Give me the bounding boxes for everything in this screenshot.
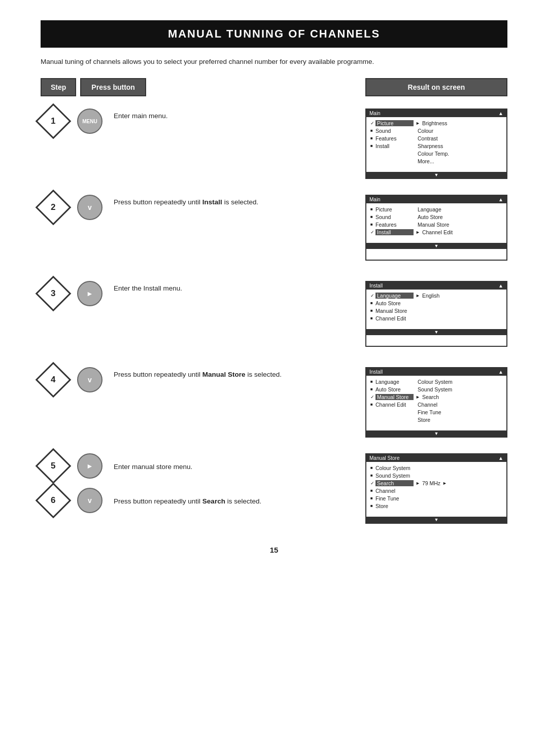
step-3-number: 3 bbox=[51, 289, 55, 299]
step-5-description: Enter manual store menu. bbox=[114, 459, 192, 473]
step-2-left: 2 v Press button repeatedly until Instal… bbox=[41, 195, 304, 220]
intro-text: Manual tuning of channels allows you to … bbox=[41, 57, 507, 67]
steps-container: 1 MENU Enter main menu. Main ▲ ✓ Picture… bbox=[41, 99, 507, 530]
step-1-menu-button[interactable]: MENU bbox=[77, 109, 102, 134]
page-number: 15 bbox=[41, 546, 507, 554]
step-2-screen: Main ▲ ■ Picture Language ■ Sound Auto S… bbox=[304, 195, 507, 261]
step-6-description: Press button repeatedly until Search is … bbox=[114, 494, 261, 507]
step-row-56: 5 ► Enter manual store menu. 6 v Press b… bbox=[41, 444, 507, 530]
step-row-1: 1 MENU Enter main menu. Main ▲ ✓ Picture… bbox=[41, 99, 507, 186]
step-2-number: 2 bbox=[51, 202, 55, 212]
step-row-3: 3 ► Enter the Install menu. Install ▲ ✓ … bbox=[41, 272, 507, 358]
step-row-4: 4 v Press button repeatedly until Manual… bbox=[41, 358, 507, 444]
step-2-v-button[interactable]: v bbox=[77, 195, 102, 220]
step-4-left: 4 v Press button repeatedly until Manual… bbox=[41, 367, 304, 392]
step-6-v-button[interactable]: v bbox=[77, 488, 102, 513]
step-1-description: Enter main menu. bbox=[114, 109, 304, 122]
step-1-left: 1 MENU Enter main menu. bbox=[41, 109, 304, 134]
step-1-screen: Main ▲ ✓ Picture ► Brightness ■ Sound Co… bbox=[304, 109, 507, 179]
step-6-number: 6 bbox=[51, 495, 55, 506]
header-result: Result on screen bbox=[365, 78, 507, 96]
step-4-screen: Install ▲ ■ Language Colour System ■ Aut… bbox=[304, 367, 507, 438]
step-5-arrow-button[interactable]: ► bbox=[77, 453, 102, 479]
step-3-left: 3 ► Enter the Install menu. bbox=[41, 281, 304, 306]
step-3-screen: Install ▲ ✓ Language ► English ■ Auto St… bbox=[304, 281, 507, 347]
step-row-2: 2 v Press button repeatedly until Instal… bbox=[41, 186, 507, 272]
header-bar: Step Press button Result on screen bbox=[41, 78, 507, 96]
step-4-diamond: 4 bbox=[36, 362, 72, 398]
step-5-inner: 5 ► Enter manual store menu. bbox=[41, 453, 192, 479]
step-3-arrow-button[interactable]: ► bbox=[77, 281, 102, 306]
step-2-description: Press button repeatedly until Install is… bbox=[114, 195, 304, 208]
step-4-v-button[interactable]: v bbox=[77, 367, 102, 392]
step-3-description: Enter the Install menu. bbox=[114, 281, 304, 294]
page-title: MANUAL TUNNING OF CHANNELS bbox=[41, 20, 507, 48]
step-5-number: 5 bbox=[51, 461, 55, 471]
step-4-description: Press button repeatedly until Manual Sto… bbox=[114, 367, 304, 380]
step-3-diamond: 3 bbox=[36, 276, 72, 312]
header-press: Press button bbox=[80, 78, 146, 96]
step-6-inner: 6 v Press button repeatedly until Search… bbox=[41, 488, 261, 513]
step-56-left: 5 ► Enter manual store menu. 6 v Press b… bbox=[41, 453, 304, 513]
step-1-number: 1 bbox=[51, 116, 55, 126]
step-5-diamond: 5 bbox=[36, 448, 72, 484]
header-step: Step bbox=[41, 78, 76, 96]
step-6-diamond: 6 bbox=[36, 483, 72, 519]
step-2-diamond: 2 bbox=[36, 190, 72, 226]
step-1-diamond: 1 bbox=[36, 103, 72, 139]
step-4-number: 4 bbox=[51, 375, 55, 385]
step-56-screen: Manual Store ▲ ■ Colour System ■ Sound S… bbox=[304, 453, 507, 524]
